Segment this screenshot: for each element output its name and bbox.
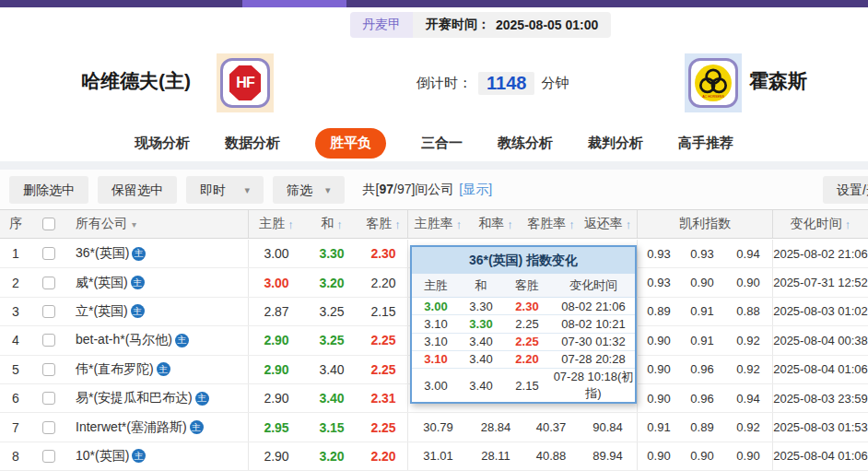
away-odds-cell[interactable]: 2.25 [359, 356, 408, 383]
header-away-rate-sort[interactable]: 客胜率↑ [523, 210, 579, 238]
draw-odds-cell[interactable]: 3.25 [304, 298, 359, 325]
away-team-name: 霍森斯 [749, 68, 807, 94]
company-cell[interactable]: Interwet*(塞浦路斯)主 [66, 413, 249, 441]
tab-coach-analysis[interactable]: 教练分析 [498, 135, 553, 152]
popup-odds-row: 3.103.402.2507-30 01:32 [412, 334, 635, 351]
header-return-rate-sort[interactable]: 返还率↑ [579, 210, 638, 238]
away-odds-cell[interactable]: 2.31 [359, 384, 408, 412]
home-odds-cell[interactable]: 3.00 [249, 268, 304, 296]
top-scrollbar-thumb[interactable] [242, 0, 346, 7]
settings-button[interactable]: 设置/选择 [823, 176, 868, 204]
popup-change-time: 08-02 21:06 [552, 300, 635, 313]
filter-dropdown[interactable]: 筛选 ▾ [273, 176, 345, 204]
popup-away-odds: 2.20 [502, 352, 552, 366]
company-cell[interactable]: 36*(英国)主 [66, 240, 249, 267]
home-odds-cell[interactable]: 2.90 [249, 384, 304, 412]
row-checkbox[interactable] [42, 305, 55, 318]
draw-odds-cell[interactable]: 3.20 [304, 268, 359, 296]
time-filter-dropdown[interactable]: 即时 ▾ [186, 176, 264, 204]
company-cell[interactable]: 伟*(直布罗陀)主 [66, 356, 249, 383]
popup-draw-odds: 3.30 [460, 300, 502, 313]
tab-live-analysis[interactable]: 现场分析 [135, 135, 190, 152]
sort-up-icon: ↑ [569, 218, 575, 231]
header-company[interactable]: 所有公司▾ [66, 210, 249, 238]
company-cell[interactable]: 威*(英国)主 [66, 268, 249, 296]
kelly-cell: 0.92 [724, 326, 773, 354]
tab-data-analysis[interactable]: 数据分析 [225, 135, 280, 152]
caret-down-icon: ▾ [132, 219, 136, 230]
home-badge-icon: 主 [195, 392, 209, 406]
company-name: Interwet*(塞浦路斯) [76, 419, 187, 436]
kelly-cell: 0.93 [680, 240, 724, 267]
kelly-cell: 0.90 [680, 268, 724, 296]
home-odds-cell[interactable]: 2.90 [249, 442, 304, 470]
filter-label: 筛选 [287, 176, 312, 204]
company-cell[interactable]: bet-at-h*(马尔他)主 [66, 326, 249, 354]
row-checkbox-cell [31, 442, 66, 470]
tab-expert-recommend[interactable]: 高手推荐 [678, 135, 733, 152]
popup-odds-row: 3.103.302.2508-02 10:21 [412, 315, 635, 333]
home-team-name: 哈维德夫(主) [81, 68, 191, 94]
tab-win-draw-lose[interactable]: 胜平负 [315, 128, 386, 159]
home-odds-cell[interactable]: 3.00 [249, 240, 304, 267]
away-rate-cell: 40.88 [523, 442, 579, 470]
draw-odds-cell[interactable]: 3.20 [304, 442, 359, 470]
away-odds-cell[interactable]: 2.30 [359, 240, 408, 267]
away-odds-cell[interactable]: 2.25 [359, 413, 408, 441]
company-cell[interactable]: 10*(英国)主 [66, 442, 249, 470]
row-checkbox[interactable] [42, 392, 55, 405]
kelly-cell: 0.90 [638, 442, 680, 470]
draw-odds-cell[interactable]: 3.30 [304, 240, 359, 267]
header-change-time-sort[interactable]: 变化时间↑ [773, 210, 868, 238]
home-odds-cell[interactable]: 2.95 [249, 413, 304, 441]
header-draw-sort[interactable]: 和↑ [304, 210, 359, 238]
home-badge-icon: 主 [132, 449, 146, 463]
draw-rate-cell: 28.84 [468, 413, 523, 441]
home-team-logo: HF [217, 53, 274, 112]
row-checkbox[interactable] [42, 421, 55, 434]
row-checkbox[interactable] [42, 247, 55, 260]
tab-referee-analysis[interactable]: 裁判分析 [588, 135, 643, 152]
popup-home-odds: 3.10 [412, 335, 460, 348]
row-seq: 3 [0, 298, 31, 325]
draw-odds-cell[interactable]: 3.40 [304, 384, 359, 412]
row-checkbox[interactable] [42, 363, 55, 376]
keep-selected-button[interactable]: 保留选中 [98, 176, 177, 204]
away-odds-cell[interactable]: 2.20 [359, 442, 408, 470]
row-checkbox[interactable] [42, 450, 55, 463]
company-cell[interactable]: 易*(安提瓜和巴布达)主 [66, 384, 249, 412]
select-all-checkbox[interactable] [42, 218, 55, 230]
header-home-win-sort[interactable]: 主胜↑ [249, 210, 304, 238]
row-checkbox[interactable] [42, 334, 55, 347]
draw-odds-cell[interactable]: 3.25 [304, 326, 359, 354]
header-draw-rate-sort[interactable]: 和率↑ [468, 210, 523, 238]
draw-odds-cell[interactable]: 3.15 [304, 413, 359, 441]
tab-three-in-one[interactable]: 三合一 [421, 135, 463, 152]
header-away-win-sort[interactable]: 客胜↑ [359, 210, 408, 238]
away-logo-frame: AC HORSENS [688, 58, 738, 108]
company-cell[interactable]: 立*(英国)主 [66, 298, 249, 325]
sort-up-icon: ↑ [845, 218, 851, 231]
home-badge-icon: 主 [157, 362, 170, 376]
popup-odds-row: 3.103.402.2007-28 20:28 [412, 351, 635, 369]
draw-odds-cell[interactable]: 3.40 [304, 356, 359, 383]
header-home-rate-sort[interactable]: 主胜率↑ [408, 210, 468, 238]
row-seq: 5 [0, 356, 31, 383]
kelly-cell: 0.90 [724, 442, 773, 470]
sort-up-icon: ↑ [626, 218, 632, 231]
kelly-cell: 0.89 [638, 298, 680, 325]
row-checkbox[interactable] [42, 277, 55, 289]
home-odds-cell[interactable]: 2.87 [249, 298, 304, 325]
row-checkbox-cell [31, 384, 66, 412]
away-odds-cell[interactable]: 2.25 [359, 326, 408, 354]
away-odds-cell[interactable]: 2.15 [359, 298, 408, 325]
away-odds-cell[interactable]: 2.20 [359, 268, 408, 296]
row-checkbox-cell [31, 326, 66, 354]
popup-away-odds: 2.25 [502, 317, 552, 331]
delete-selected-button[interactable]: 删除选中 [9, 176, 88, 204]
show-link[interactable]: [显示] [459, 182, 492, 196]
row-seq: 2 [0, 268, 31, 296]
home-odds-cell[interactable]: 2.90 [249, 326, 304, 354]
popup-away-odds: 2.25 [502, 335, 552, 348]
home-odds-cell[interactable]: 2.90 [249, 356, 304, 383]
